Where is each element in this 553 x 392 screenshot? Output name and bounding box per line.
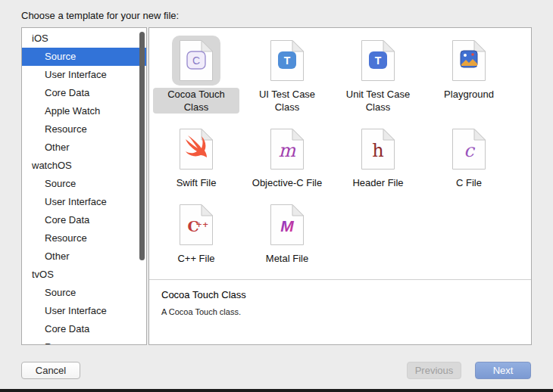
template-c-file[interactable]: cC File	[445, 124, 493, 189]
metal-file-icon: M	[263, 200, 311, 250]
svg-text:h: h	[372, 140, 383, 161]
sidebar-section-ios: iOS	[22, 30, 146, 48]
sidebar-item-watchos-source[interactable]: Source	[22, 175, 146, 193]
objective-c-file-icon: m	[263, 124, 311, 174]
template-category-sidebar: iOSSourceUser InterfaceCore DataApple Wa…	[21, 27, 147, 345]
svg-text:c: c	[464, 140, 475, 161]
sidebar-item-watchos-resource[interactable]: Resource	[22, 229, 146, 247]
template-cocoa-touch-class[interactable]: CCocoa Touch Class	[153, 36, 239, 114]
template-detail-pane: Cocoa Touch Class A Cocoa Touch class.	[149, 279, 531, 344]
template-label: UI Test Case Class	[244, 88, 330, 114]
sidebar-item-tvos-source[interactable]: Source	[22, 284, 146, 302]
sidebar-item-watchos-other[interactable]: Other	[22, 247, 146, 266]
c-file-icon: c	[445, 124, 493, 174]
sidebar-item-ios-apple-watch[interactable]: Apple Watch	[22, 102, 146, 120]
svg-text:m: m	[279, 140, 296, 161]
template-playground[interactable]: Playground	[440, 36, 498, 114]
playground-icon	[445, 36, 493, 86]
svg-text:++: ++	[196, 220, 209, 229]
sidebar-list: iOSSourceUser InterfaceCore DataApple Wa…	[22, 28, 146, 345]
template-label: C File	[452, 176, 486, 189]
sidebar-item-tvos-resource[interactable]: Resource	[22, 338, 146, 345]
sidebar-item-tvos-core-data[interactable]: Core Data	[22, 320, 146, 338]
detail-description: A Cocoa Touch class.	[161, 307, 519, 316]
template-label: Swift File	[173, 176, 220, 189]
sidebar-item-watchos-core-data[interactable]: Core Data	[22, 211, 146, 229]
template-swift-file[interactable]: Swift File	[172, 124, 220, 189]
cancel-button[interactable]: Cancel	[21, 362, 80, 379]
template-label: Cocoa Touch Class	[153, 88, 239, 114]
template-header-file[interactable]: hHeader File	[348, 124, 407, 189]
template-ui-test-case-class[interactable]: TUI Test Case Class	[244, 36, 330, 114]
cpp-file-icon: C++	[172, 200, 220, 250]
detail-title: Cocoa Touch Class	[161, 289, 519, 300]
template-label: C++ File	[173, 252, 218, 265]
sidebar-item-ios-resource[interactable]: Resource	[22, 120, 146, 138]
template-label: Unit Test Case Class	[335, 88, 421, 114]
sidebar-item-ios-other[interactable]: Other	[22, 138, 146, 157]
header-file-icon: h	[354, 124, 402, 174]
template-chooser-panel: CCocoa Touch ClassTUI Test Case ClassTUn…	[148, 27, 532, 345]
sidebar-section-tvos: tvOS	[22, 266, 146, 284]
previous-button[interactable]: Previous	[407, 362, 461, 379]
svg-text:T: T	[284, 54, 291, 67]
dialog-title: Choose a template for your new file:	[21, 10, 179, 21]
sidebar-section-watchos: watchOS	[22, 157, 146, 175]
svg-text:C: C	[192, 54, 200, 67]
template-metal-file[interactable]: MMetal File	[262, 200, 312, 265]
ui-test-case-class-icon: T	[263, 36, 311, 86]
sidebar-scrollbar-thumb[interactable]	[139, 32, 145, 260]
template-grid: CCocoa Touch ClassTUI Test Case ClassTUn…	[151, 36, 514, 265]
sidebar-item-tvos-user-interface[interactable]: User Interface	[22, 302, 146, 320]
template-label: Objective-C File	[248, 176, 326, 189]
template-label: Playground	[440, 88, 498, 101]
template-unit-test-case-class[interactable]: TUnit Test Case Class	[335, 36, 421, 114]
window-bottom-edge	[0, 389, 553, 392]
sidebar-item-ios-source[interactable]: Source	[22, 48, 146, 66]
sidebar-scrollbar[interactable]	[139, 30, 145, 343]
unit-test-case-class-icon: T	[354, 36, 402, 86]
swift-file-icon	[172, 124, 220, 174]
cocoa-touch-class-icon: C	[172, 36, 220, 86]
sidebar-item-ios-core-data[interactable]: Core Data	[22, 84, 146, 102]
sidebar-item-ios-user-interface[interactable]: User Interface	[22, 66, 146, 84]
next-button[interactable]: Next	[475, 362, 531, 379]
svg-text:M: M	[280, 217, 294, 235]
template-label: Header File	[348, 176, 407, 189]
template-label: Metal File	[262, 252, 312, 265]
sidebar-item-watchos-user-interface[interactable]: User Interface	[22, 193, 146, 211]
svg-text:T: T	[375, 54, 382, 67]
template-c-file[interactable]: C++C++ File	[172, 200, 220, 265]
template-objective-c-file[interactable]: mObjective-C File	[248, 124, 326, 189]
